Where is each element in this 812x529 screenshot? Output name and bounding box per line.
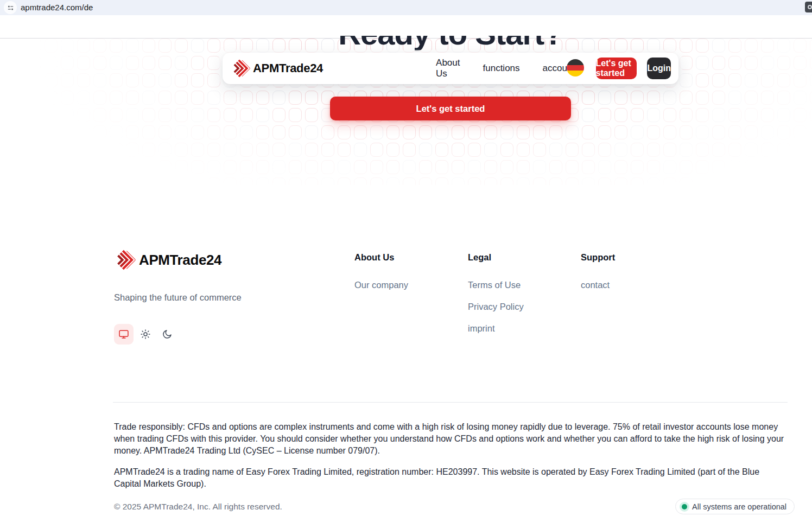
page: apmtrade24.com/de Ready to Start? APMTra…	[0, 0, 812, 529]
nav-link-functions[interactable]: functions	[483, 63, 520, 74]
moon-icon	[162, 329, 173, 340]
hero-get-started-button[interactable]: Let's get started	[330, 97, 571, 120]
main-navigation: APMTrade24 About Us functions accounts L…	[223, 53, 678, 84]
nav-link-about-us[interactable]: About Us	[436, 58, 460, 79]
nav-links: About Us functions accounts	[436, 58, 580, 79]
theme-switcher	[114, 324, 177, 345]
footer-link-contact[interactable]: contact	[581, 280, 615, 290]
sun-icon	[140, 329, 151, 340]
status-green-dot-icon	[682, 504, 687, 509]
theme-dark-button[interactable]	[157, 324, 177, 345]
footer-column-title: About Us	[354, 252, 408, 263]
top-white-band	[0, 15, 812, 36]
monitor-icon	[118, 329, 129, 340]
browser-url-bar[interactable]: apmtrade24.com/de	[0, 0, 812, 15]
nav-brand-name: APMTrade24	[253, 61, 323, 75]
footer-link-our-company[interactable]: Our company	[354, 280, 408, 290]
copyright-text: © 2025 APMTrade24, Inc. All rights reser…	[114, 502, 282, 512]
footer-brand[interactable]: APMTrade24	[113, 248, 221, 271]
url-text[interactable]: apmtrade24.com/de	[21, 2, 93, 13]
footer-column-title: Legal	[468, 252, 524, 263]
footer-column-about-us: About Us Our company	[354, 252, 408, 302]
footer-link-terms-of-use[interactable]: Terms of Use	[468, 280, 524, 290]
risk-disclaimer: Trade responsibly: CFDs and options are …	[114, 421, 787, 457]
login-button[interactable]: Login	[647, 58, 671, 79]
footer-divider	[113, 402, 788, 403]
nav-get-started-button[interactable]: Let's get started	[596, 58, 637, 79]
apmtrade24-logo-icon	[113, 248, 136, 271]
footer-link-imprint[interactable]: imprint	[468, 323, 524, 334]
footer-brand-name: APMTrade24	[139, 252, 221, 269]
company-disclaimer: APMTrade24 is a trading name of Easy For…	[114, 466, 787, 490]
footer-column-title: Support	[581, 252, 615, 263]
nav-link-accounts[interactable]: accounts	[543, 63, 580, 74]
apmtrade24-logo-icon	[230, 58, 251, 79]
theme-light-button[interactable]	[136, 324, 155, 345]
site-settings-icon[interactable]	[4, 1, 17, 14]
nav-brand[interactable]: APMTrade24	[230, 58, 323, 79]
footer-link-privacy-policy[interactable]: Privacy Policy	[468, 302, 524, 312]
theme-system-button[interactable]	[114, 324, 134, 345]
status-text: All systems are operational	[692, 502, 786, 511]
footer-column-legal: Legal Terms of Use Privacy Policy imprin…	[468, 252, 524, 345]
german-flag-icon[interactable]	[567, 59, 584, 77]
browser-extension-icon[interactable]	[805, 2, 812, 12]
system-status-badge[interactable]: All systems are operational	[675, 499, 795, 514]
footer-tagline: Shaping the future of commerce	[114, 292, 242, 303]
footer-column-support: Support contact	[581, 252, 615, 302]
